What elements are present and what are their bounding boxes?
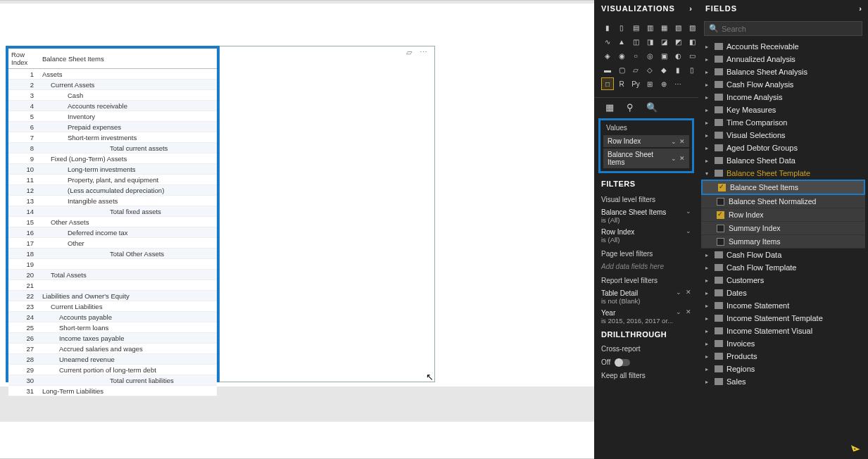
table-row[interactable]: 13Intangible assets xyxy=(8,196,217,206)
field-row[interactable]: Balance Sheet Normalized xyxy=(701,195,865,208)
table-row[interactable]: 1Assets xyxy=(8,69,217,80)
field-checkbox[interactable] xyxy=(718,184,726,191)
expand-icon[interactable]: ▸ xyxy=(705,44,711,50)
remove-icon[interactable]: ✕ xyxy=(679,138,685,145)
table-row[interactable]: 4Accounts receivable xyxy=(8,101,217,111)
table-row[interactable]: 9Fixed (Long-Term) Assets xyxy=(8,153,217,164)
table-row[interactable]: 30Total current liabilities xyxy=(8,375,217,386)
viz-type-icon[interactable]: ⊕ xyxy=(658,77,670,90)
viz-type-icon[interactable]: R xyxy=(615,77,628,90)
table-row[interactable]: 29Current portion of long-term debt xyxy=(8,365,217,375)
tree-item[interactable]: ▸Products xyxy=(701,350,865,363)
cross-report-toggle[interactable] xyxy=(615,359,630,366)
table-row[interactable]: 11Property, plant, and equipment xyxy=(8,175,217,185)
expand-icon[interactable]: ▸ xyxy=(705,107,711,113)
report-filter-item[interactable]: Year⌄✕is 2015, 2016, 2017 or... xyxy=(601,307,691,327)
table-row[interactable]: 3Cash xyxy=(8,90,217,101)
chevron-down-icon[interactable]: ⌄ xyxy=(671,155,677,162)
expand-icon[interactable]: ▸ xyxy=(705,341,711,347)
table-row[interactable]: 25Short-term loans xyxy=(8,322,217,333)
tree-item[interactable]: ▸Aged Debtor Groups xyxy=(701,142,865,154)
expand-icon[interactable]: ▸ xyxy=(705,353,711,360)
viz-type-icon[interactable]: ◫ xyxy=(629,35,642,48)
values-field-pill[interactable]: Balance Sheet Items⌄✕ xyxy=(603,149,689,168)
expand-icon[interactable]: ▸ xyxy=(705,265,711,271)
viz-type-icon[interactable]: ▣ xyxy=(658,49,670,62)
viz-type-icon[interactable]: ◧ xyxy=(686,35,698,48)
tree-item[interactable]: ▸Visual Selections xyxy=(701,129,865,142)
viz-type-icon[interactable]: ▯ xyxy=(615,21,628,34)
table-row[interactable]: 5Inventory xyxy=(8,111,217,122)
viz-type-icon[interactable]: ▨ xyxy=(686,21,698,34)
table-row[interactable]: 15Other Assets xyxy=(8,217,217,227)
fields-search[interactable]: 🔍 xyxy=(704,21,862,36)
viz-type-icon[interactable]: ▤ xyxy=(629,21,642,34)
expand-icon[interactable]: ▸ xyxy=(705,69,711,75)
tree-item[interactable]: ▸Sales xyxy=(701,375,865,388)
table-row[interactable]: 24Accounts payable xyxy=(8,312,217,322)
table-row[interactable]: 26Income taxes payable xyxy=(8,333,217,344)
viz-type-icon[interactable]: ◉ xyxy=(615,49,628,62)
search-input[interactable] xyxy=(722,25,857,33)
expand-icon[interactable]: ▸ xyxy=(705,94,711,101)
tree-item[interactable]: ▸Dates xyxy=(701,287,865,299)
viz-type-icon[interactable]: ▦ xyxy=(658,21,670,34)
tree-item[interactable]: ▸Key Measures xyxy=(701,103,865,116)
viz-type-icon[interactable]: Py xyxy=(629,77,642,90)
tree-item[interactable]: ▸Balance Sheet Analysis xyxy=(701,65,865,78)
field-checkbox[interactable] xyxy=(717,198,724,206)
analytics-tab-icon[interactable]: 🔍 xyxy=(646,102,658,113)
tree-item[interactable]: ▸Regions xyxy=(701,363,865,375)
table-row[interactable]: 28Unearned revenue xyxy=(8,354,217,365)
viz-type-icon[interactable]: ◈ xyxy=(601,49,614,62)
expand-icon[interactable]: ▸ xyxy=(705,120,711,126)
table-row[interactable]: 23Current Liabilities xyxy=(8,301,217,312)
viz-type-icon[interactable]: ◇ xyxy=(643,63,656,76)
table-row[interactable]: 27Accrued salaries and wages xyxy=(8,344,217,354)
expand-icon[interactable]: ▸ xyxy=(705,379,711,385)
table-row[interactable]: 12(Less accumulated depreciation) xyxy=(8,185,217,196)
expand-icon[interactable]: ▸ xyxy=(705,290,711,296)
viz-type-icon[interactable]: ⊞ xyxy=(643,77,656,90)
expand-icon[interactable]: ▸ xyxy=(705,303,711,309)
tree-item[interactable]: ▸Accounts Receivable xyxy=(701,40,865,53)
tree-item[interactable]: ▸Income Statement Visual xyxy=(701,325,865,337)
viz-type-icon[interactable]: ◎ xyxy=(643,49,656,62)
table-row[interactable]: 8Total current assets xyxy=(8,143,217,153)
viz-type-icon[interactable]: ○ xyxy=(629,49,642,62)
tree-item[interactable]: ▸Annualized Analysis xyxy=(701,53,865,65)
table-row[interactable]: 21 xyxy=(8,280,217,291)
tree-item[interactable]: ▸Time Comparison xyxy=(701,116,865,129)
remove-icon[interactable]: ✕ xyxy=(686,289,691,296)
expand-icon[interactable]: ▸ xyxy=(705,366,711,372)
viz-type-icon[interactable]: □ xyxy=(601,77,614,90)
visual-header-icons[interactable]: ▱ ⋯ xyxy=(406,48,430,57)
remove-icon[interactable]: ✕ xyxy=(679,155,685,162)
table-row[interactable]: 31Long-Term Liabilities xyxy=(8,386,217,396)
chevron-down-icon[interactable]: ⌄ xyxy=(671,138,677,145)
expand-icon[interactable]: ▾ xyxy=(705,170,711,177)
viz-type-icon[interactable]: ▢ xyxy=(615,63,628,76)
viz-type-icon[interactable]: ▭ xyxy=(686,49,698,62)
field-row[interactable]: Row Index xyxy=(701,208,865,222)
field-checkbox[interactable] xyxy=(717,211,724,219)
field-checkbox[interactable] xyxy=(717,225,724,232)
field-row[interactable]: Summary Items xyxy=(701,235,865,249)
viz-type-icon[interactable]: ▧ xyxy=(672,21,684,34)
viz-type-icon[interactable]: ▮ xyxy=(672,63,684,76)
field-row[interactable]: Balance Sheet Items xyxy=(701,180,865,195)
visual-filter-item[interactable]: Row Index⌄is (All) xyxy=(601,226,691,246)
expand-icon[interactable]: ▸ xyxy=(705,82,711,88)
field-checkbox[interactable] xyxy=(717,238,724,246)
tree-item[interactable]: ▸Income Statement xyxy=(701,299,865,312)
viz-type-icon[interactable]: ◩ xyxy=(672,35,684,48)
viz-type-icon[interactable]: ▯ xyxy=(686,63,698,76)
tree-item[interactable]: ▸Cash Flow Data xyxy=(701,249,865,261)
expand-icon[interactable]: ▸ xyxy=(705,328,711,334)
tree-item[interactable]: ▸Balance Sheet Data xyxy=(701,154,865,167)
tree-item[interactable]: ▸Cash Flow Analysis xyxy=(701,78,865,91)
table-row[interactable]: 14Total fixed assets xyxy=(8,206,217,217)
viz-type-icon[interactable]: ◐ xyxy=(672,49,684,62)
table-row[interactable]: 17Other xyxy=(8,238,217,249)
values-field-pill[interactable]: Row Index⌄✕ xyxy=(603,135,689,147)
